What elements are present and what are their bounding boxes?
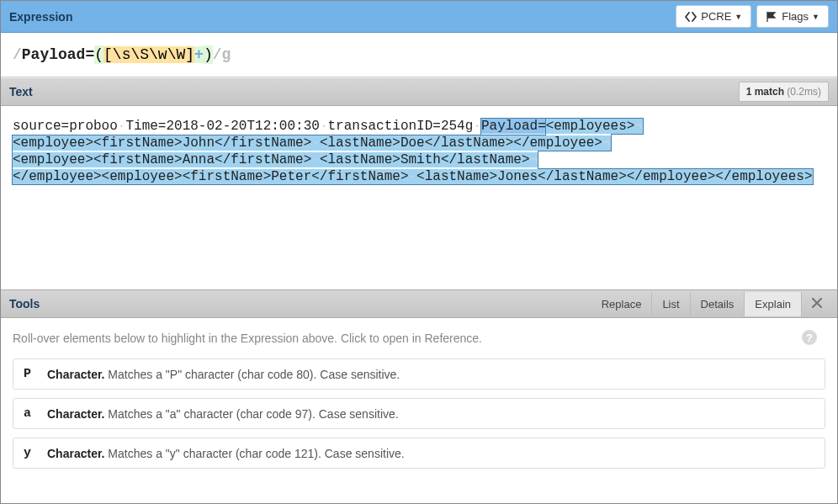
tools-header: Tools Replace List Details Explain [1, 289, 837, 318]
explain-row[interactable]: y Character. Matches a "y" character (ch… [13, 438, 825, 469]
match-count: 1 match [746, 86, 784, 98]
explain-token: P [24, 367, 47, 381]
tab-details[interactable]: Details [690, 292, 745, 316]
text-segment: </employee><employee><firstName>Peter</f… [13, 169, 408, 184]
text-segment: transactionID=254g [327, 119, 473, 134]
match-count-badge: 1 match (0.2ms) [739, 82, 829, 102]
flags-button[interactable]: Flags ▼ [756, 5, 829, 28]
tab-explain[interactable]: Explain [744, 292, 801, 316]
tab-list[interactable]: List [651, 292, 689, 316]
explain-token: y [24, 446, 47, 460]
explain-panel: ? Roll-over elements below to highlight … [1, 318, 837, 503]
regex-class-close: ] [185, 46, 194, 63]
explain-row[interactable]: P Character. Matches a "P" character (ch… [13, 358, 825, 390]
expression-input[interactable]: /Payload=([\s\S\w\W]+)/g [1, 33, 837, 77]
explain-row[interactable]: a Character. Matches a "a" character (ch… [13, 398, 825, 429]
text-header: Text 1 match (0.2ms) [1, 77, 837, 106]
tools-close-button[interactable] [801, 292, 832, 316]
return-icon: ¬ [602, 135, 611, 151]
return-icon: ¬ [530, 152, 538, 167]
flag-icon [766, 12, 777, 22]
test-text-input[interactable]: source=proboo·Time=2018-02-20T12:00:30·t… [1, 106, 837, 289]
flavor-button[interactable]: PCRE ▼ [676, 5, 751, 28]
text-segment: Time=2018-02-20T12:00:30 [125, 119, 319, 134]
expression-header: Expression PCRE ▼ Flags ▼ [1, 1, 837, 33]
text-segment: <employees> [546, 119, 635, 134]
expression-title: Expression [9, 10, 671, 24]
text-segment: <employee><firstName>Anna</firstName> [13, 152, 311, 167]
text-segment: source=proboo [13, 119, 118, 134]
flavor-label: PCRE [701, 10, 731, 23]
app-root: Expression PCRE ▼ Flags ▼ /Payload=([\s\… [0, 0, 838, 504]
explain-desc: Character. Matches a "y" character (char… [47, 447, 405, 460]
explain-token: a [24, 406, 47, 421]
text-segment: <lastName>Jones</lastName></employee></e… [416, 169, 812, 184]
regex-open-delim: / [13, 46, 22, 63]
regex-literal: Payload= [22, 46, 94, 63]
flags-label: Flags [782, 10, 809, 23]
whitespace-dot-icon: · [408, 169, 416, 184]
regex-class-body: \s\S\w\W [113, 46, 185, 63]
whitespace-dot-icon: · [118, 119, 126, 134]
text-segment: <employee><firstName>John</firstName> [13, 135, 311, 151]
regex-group-open: ( [94, 45, 103, 64]
text-segment: Payload= [481, 119, 546, 134]
code-icon [685, 12, 697, 22]
caret-down-icon: ▼ [735, 13, 742, 21]
text-title: Text [9, 85, 739, 98]
tab-replace[interactable]: Replace [591, 292, 652, 316]
whitespace-dot-icon: · [473, 119, 481, 134]
explain-desc: Character. Matches a "P" character (char… [47, 368, 400, 381]
close-icon [812, 298, 822, 308]
tools-title: Tools [9, 297, 591, 310]
explain-hint: Roll-over elements below to highlight in… [13, 332, 825, 345]
whitespace-dot-icon: · [311, 152, 320, 167]
regex-flags: g [222, 46, 231, 63]
caret-down-icon: ▼ [812, 13, 819, 21]
regex-group-close: ) [204, 45, 213, 64]
regex-quantifier: + [194, 46, 204, 63]
regex-close-delim: / [213, 46, 222, 63]
explain-desc: Character. Matches a "a" character (char… [47, 407, 399, 421]
text-segment: <lastName>Smith</lastName> [320, 152, 530, 167]
return-icon: ¬ [634, 119, 643, 134]
help-icon[interactable]: ? [802, 330, 817, 345]
match-time: (0.2ms) [787, 86, 821, 98]
whitespace-dot-icon: · [311, 135, 320, 151]
text-segment: <lastName>Doe</lastName></employee> [320, 135, 602, 151]
regex-class-open: [ [103, 46, 113, 63]
